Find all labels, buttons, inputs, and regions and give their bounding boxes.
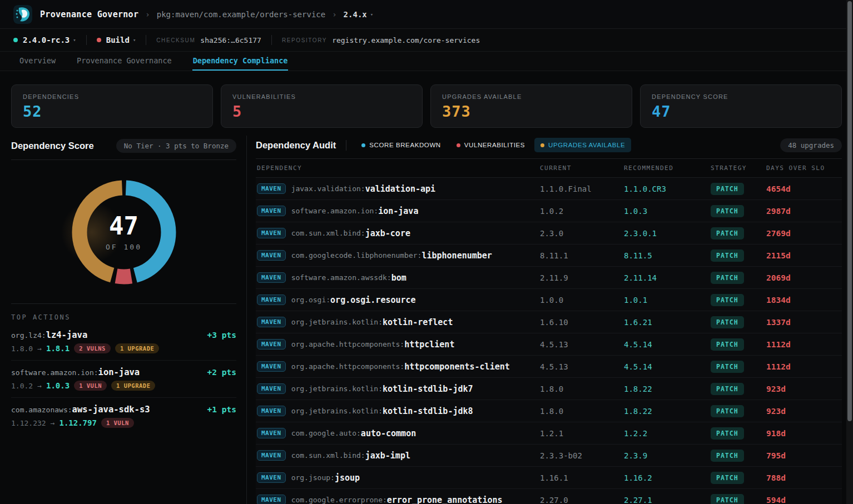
score-panel-title: Dependency Score xyxy=(11,141,94,151)
audit-filter-upgrades-available[interactable]: UPGRADES AVAILABLE xyxy=(534,138,631,152)
dependency-artifact: libphonenumber xyxy=(421,251,492,261)
strategy-badge: PATCH xyxy=(711,205,744,217)
filter-label: SCORE BREAKDOWN xyxy=(369,142,441,148)
ecosystem-badge: MAVEN xyxy=(257,472,286,483)
ecosystem-badge: MAVEN xyxy=(257,250,286,261)
strategy-badge: PATCH xyxy=(711,183,744,195)
strategy-badge: PATCH xyxy=(711,494,744,504)
filter-dot-icon xyxy=(361,143,365,147)
nav-tab-overview[interactable]: Overview xyxy=(19,52,56,71)
top-actions-heading: TOP ACTIONS xyxy=(11,304,236,323)
column-header-strategy: STRATEGY xyxy=(711,164,762,172)
version-selector[interactable]: 2.4.0-rc.3 ▾ xyxy=(13,36,76,44)
divider xyxy=(146,35,146,45)
dependency-artifact: error_prone_annotations xyxy=(387,495,503,504)
dependency-audit-panel: Dependency Audit SCORE BREAKDOWN VULNERA… xyxy=(247,136,842,504)
audit-table-row[interactable]: MAVEN org.jetbrains.kotlin: kotlin-stdli… xyxy=(256,378,842,400)
checksum-label: CHECKSUM xyxy=(156,37,195,43)
checksum-value: sha256:…6c5177 xyxy=(200,36,261,44)
audit-table-row[interactable]: MAVEN com.sun.xml.bind: jaxb-core 2.3.0 … xyxy=(256,222,842,244)
column-header-dependency: DEPENDENCY xyxy=(257,164,535,172)
chevron-down-icon: ▾ xyxy=(73,37,76,43)
audit-filter-score-breakdown[interactable]: SCORE BREAKDOWN xyxy=(355,138,447,152)
strategy-badge: PATCH xyxy=(711,338,744,351)
ecosystem-badge: MAVEN xyxy=(257,383,286,394)
days-over-slo: 2115d xyxy=(766,251,834,260)
top-action-item[interactable]: com.amazonaws:aws-java-sdk-s3 +1 pts 1.1… xyxy=(11,398,236,435)
current-version: 2.27.0 xyxy=(540,496,619,504)
version-label: 2.4.0-rc.3 xyxy=(23,36,70,44)
app-header: Provenance Governor › pkg:maven/com.exam… xyxy=(0,0,853,29)
nav-tab-label: Overview xyxy=(19,56,56,65)
days-over-slo: 2069d xyxy=(766,273,834,282)
action-artifact: aws-java-sdk-s3 xyxy=(72,405,150,415)
dependency-group: software.amazon.awssdk: xyxy=(291,273,391,282)
audit-table-row[interactable]: MAVEN org.apache.httpcomponents: httpcli… xyxy=(256,333,842,356)
build-selector[interactable]: Build ▾ xyxy=(97,36,136,44)
filter-label: VULNERABILITIES xyxy=(464,142,525,148)
audit-table-row[interactable]: MAVEN software.amazon.ion: ion-java 1.0.… xyxy=(256,200,842,222)
stat-value: 52 xyxy=(23,103,201,120)
arrow-icon: → xyxy=(37,382,42,390)
audit-table-row[interactable]: MAVEN org.apache.httpcomponents: httpcom… xyxy=(256,356,842,378)
version-from: 1.0.2 xyxy=(11,382,33,390)
top-action-item[interactable]: org.lz4:lz4-java +3 pts 1.8.0 → 1.8.1 2 … xyxy=(11,323,236,361)
current-version: 1.8.0 xyxy=(540,385,619,393)
audit-table-row[interactable]: MAVEN org.jetbrains.kotlin: kotlin-refle… xyxy=(256,311,842,333)
version-to: 1.0.3 xyxy=(46,381,70,390)
action-points: +3 pts xyxy=(207,331,236,340)
audit-table-row[interactable]: MAVEN com.google.auto: auto-common 1.2.1… xyxy=(256,422,842,445)
vertical-scrollbar[interactable] xyxy=(846,0,853,504)
action-group: org.lz4: xyxy=(11,331,46,340)
nav-tab-provenance-governance[interactable]: Provenance Governance xyxy=(76,52,172,71)
audit-table-row[interactable]: MAVEN org.osgi: org.osgi.resource 1.0.0 … xyxy=(256,289,842,311)
action-group: software.amazon.ion: xyxy=(11,368,98,377)
strategy-badge: PATCH xyxy=(711,427,744,440)
score-donut-chart: 47 OF 100 xyxy=(68,177,180,288)
stat-label: DEPENDENCIES xyxy=(23,93,201,100)
current-version: 1.8.0 xyxy=(540,407,619,416)
audit-table-row[interactable]: MAVEN com.googlecode.libphonenumber: lib… xyxy=(256,244,842,267)
score-caption: OF 100 xyxy=(106,243,142,251)
ecosystem-badge: MAVEN xyxy=(257,295,286,305)
chevron-down-icon: ▾ xyxy=(133,37,136,43)
days-over-slo: 2769d xyxy=(766,229,834,238)
dependency-artifact: bom xyxy=(391,273,406,283)
dependency-artifact: kotlin-stdlib-jdk7 xyxy=(383,384,473,394)
days-over-slo: 594d xyxy=(766,496,834,504)
breadcrumb-version-dropdown[interactable]: 2.4.x xyxy=(344,10,367,19)
nav-tab-dependency-compliance[interactable]: Dependency Compliance xyxy=(192,52,289,71)
days-over-slo: 1112d xyxy=(766,340,834,349)
scrollbar-thumb[interactable] xyxy=(847,1,852,421)
recommended-version: 1.0.3 xyxy=(624,207,706,216)
column-header-current: CURRENT xyxy=(540,164,619,172)
breadcrumb-package[interactable]: pkg:maven/com.example/orders-service xyxy=(157,10,325,19)
audit-table-row[interactable]: MAVEN com.sun.xml.bind: jaxb-impl 2.3.3-… xyxy=(256,445,842,467)
version-to: 1.8.1 xyxy=(46,344,70,353)
repository-label: REPOSITORY xyxy=(282,37,327,43)
ecosystem-badge: MAVEN xyxy=(257,317,286,327)
dependency-artifact: auto-common xyxy=(361,428,416,438)
audit-table-row[interactable]: MAVEN com.google.errorprone: error_prone… xyxy=(256,489,842,504)
strategy-badge: PATCH xyxy=(711,316,744,328)
audit-panel-title: Dependency Audit xyxy=(256,140,346,151)
current-version: 4.5.13 xyxy=(540,362,619,371)
audit-table-row[interactable]: MAVEN software.amazon.awssdk: bom 2.11.9… xyxy=(256,267,842,289)
vuln-count-badge: 1 VULN xyxy=(101,418,134,428)
top-action-item[interactable]: software.amazon.ion:ion-java +2 pts 1.0.… xyxy=(11,361,236,398)
audit-table-row[interactable]: MAVEN javax.validation: validation-api 1… xyxy=(256,178,842,200)
audit-table-row[interactable]: MAVEN org.jsoup: jsoup 1.16.1 1.16.2 PAT… xyxy=(256,467,842,489)
strategy-badge: PATCH xyxy=(711,227,744,239)
dependency-group: software.amazon.ion: xyxy=(291,207,379,215)
ecosystem-badge: MAVEN xyxy=(257,361,286,372)
dependency-artifact: kotlin-reflect xyxy=(383,317,453,327)
build-label: Build xyxy=(106,36,130,44)
audit-table-row[interactable]: MAVEN org.jetbrains.kotlin: kotlin-stdli… xyxy=(256,400,842,422)
nav-tab-label: Provenance Governance xyxy=(77,56,172,65)
upgrade-count-badge: 1 UPGRADE xyxy=(115,343,159,353)
dependency-artifact: jaxb-impl xyxy=(365,451,410,461)
dependency-group: org.osgi: xyxy=(291,296,330,304)
current-version: 2.11.9 xyxy=(540,273,619,282)
audit-filter-vulnerabilities[interactable]: VULNERABILITIES xyxy=(450,138,531,152)
days-over-slo: 795d xyxy=(766,451,834,460)
